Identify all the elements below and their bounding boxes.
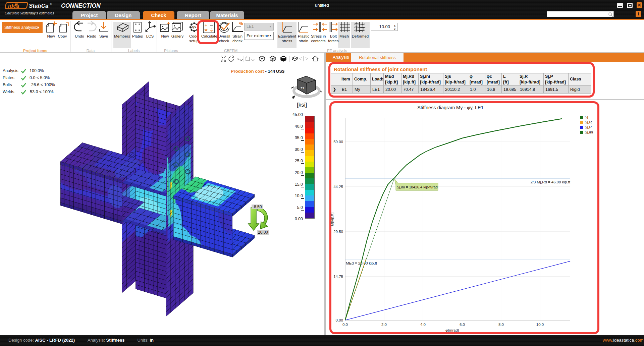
svg-text:0.00: 0.00 [336,318,343,322]
svg-text:</>: </> [191,25,197,29]
svg-text:Sj,P: Sj,P [585,125,592,129]
svg-text:29.50: 29.50 [333,230,343,234]
svg-text:φ[mrad]: φ[mrad] [445,328,459,332]
svg-text:Sj,ini: Sj,ini [585,130,593,134]
svg-text:M[kip.ft]: M[kip.ft] [330,213,334,226]
svg-text:Sj: Sj [585,115,588,119]
svg-text:59.00: 59.00 [333,140,343,144]
svg-text:8.0: 8.0 [498,323,504,327]
svg-text:MEd = 20.00 kip.ft: MEd = 20.00 kip.ft [346,261,377,265]
svg-text:Sj,ini = 18426.4 kip-ft/rad: Sj,ini = 18426.4 kip-ft/rad [397,185,438,189]
svg-text:6.0: 6.0 [460,323,465,327]
svg-text:StatiCa: StatiCa [29,3,49,9]
svg-text:2/3 Mj,Rd = 46.98 kip.ft: 2/3 Mj,Rd = 46.98 kip.ft [530,180,570,184]
svg-text:+Y: +Y [301,86,304,90]
svg-text:%: % [239,21,243,26]
svg-text:2.0: 2.0 [381,323,387,327]
svg-text:®: ® [50,3,52,5]
svg-text:4.0: 4.0 [420,323,426,327]
svg-text:44.25: 44.25 [333,185,343,189]
svg-text:Stiffness diagram My - φy, LE1: Stiffness diagram My - φy, LE1 [417,105,483,110]
svg-text:0.0: 0.0 [342,323,348,327]
svg-text:14.75: 14.75 [333,275,343,279]
svg-text:10.0: 10.0 [536,323,544,327]
svg-text:Sj,R: Sj,R [585,120,592,124]
